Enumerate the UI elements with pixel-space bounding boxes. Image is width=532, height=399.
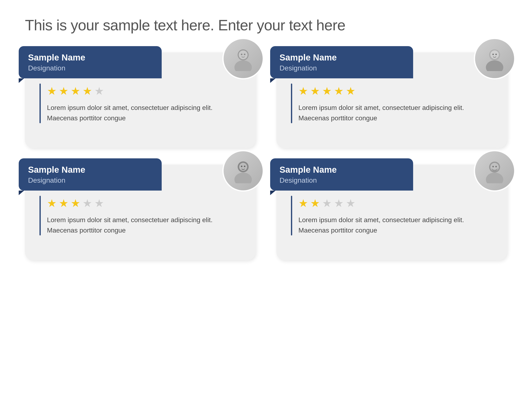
star-1: ★ [47,198,57,209]
page-title: This is your sample text here. Enter you… [25,17,507,34]
avatar-circle-3 [222,150,264,192]
review-card-3: Sample Name Designation [25,165,256,260]
star-1: ★ [47,86,57,96]
avatar-1 [224,39,263,78]
review-text-3: Lorem ipsum dolor sit amet, consectetuer… [47,215,241,235]
reviewer-designation-3: Designation [28,176,152,184]
svg-point-16 [486,172,503,183]
accent-border-3 [39,196,41,235]
star-2: ★ [310,198,320,209]
star-3: ★ [71,86,80,96]
reviewer-name-1: Sample Name [28,52,152,63]
card-header-2: Sample Name Designation [270,46,413,78]
reviewer-designation-4: Designation [279,176,404,184]
card-wrapper-2: Sample Name Designation [276,52,507,148]
card-header-4: Sample Name Designation [270,158,413,190]
review-text-1: Lorem ipsum dolor sit amet, consectetuer… [47,103,241,123]
cards-grid: Sample Name Designation [25,52,507,260]
star-2: ★ [59,86,69,96]
star-1: ★ [298,198,308,209]
svg-point-11 [234,172,252,183]
svg-point-14 [244,166,245,167]
card-wrapper-1: Sample Name Designation [25,52,256,148]
star-3: ★ [71,198,80,209]
star-4: ★ [82,198,92,209]
avatar-circle-2 [474,38,515,79]
star-2: ★ [59,198,69,209]
card-body-4: ★★★★★ Lorem ipsum dolor sit amet, consec… [291,196,493,235]
star-5: ★ [94,86,104,96]
star-1: ★ [298,86,308,96]
svg-point-18 [492,166,494,167]
reviewer-designation-2: Designation [279,64,404,72]
avatar-4 [475,151,514,190]
star-rating-3: ★★★★★ [47,198,241,209]
review-content-1: ★★★★★ Lorem ipsum dolor sit amet, consec… [47,83,241,123]
reviewer-designation-1: Designation [28,64,152,72]
svg-point-8 [492,54,494,55]
card-wrapper-3: Sample Name Designation [25,165,256,260]
svg-point-19 [495,166,497,167]
review-card-1: Sample Name Designation [25,52,256,148]
star-3: ★ [322,86,332,96]
star-rating-2: ★★★★★ [298,86,493,96]
review-text-4: Lorem ipsum dolor sit amet, consectetuer… [298,215,493,235]
avatar-circle-1 [222,38,264,79]
card-header-3: Sample Name Designation [19,158,162,190]
review-card-2: Sample Name Designation [276,52,507,148]
svg-point-4 [244,54,245,55]
reviewer-name-3: Sample Name [28,165,152,175]
star-5: ★ [346,86,355,96]
svg-point-6 [486,60,503,71]
svg-point-1 [234,60,252,71]
star-4: ★ [334,198,344,209]
star-4: ★ [334,86,344,96]
svg-point-13 [241,166,242,167]
svg-point-9 [495,54,497,55]
review-content-3: ★★★★★ Lorem ipsum dolor sit amet, consec… [47,196,241,235]
reviewer-name-4: Sample Name [279,165,404,175]
star-rating-4: ★★★★★ [298,198,493,209]
review-content-2: ★★★★★ Lorem ipsum dolor sit amet, consec… [298,83,493,123]
reviewer-name-2: Sample Name [279,52,404,63]
avatar-2 [475,39,514,78]
card-wrapper-4: Sample Name Designation [276,165,507,260]
star-2: ★ [310,86,320,96]
star-4: ★ [82,86,92,96]
card-body-2: ★★★★★ Lorem ipsum dolor sit amet, consec… [291,83,493,123]
svg-point-3 [241,54,242,55]
review-content-4: ★★★★★ Lorem ipsum dolor sit amet, consec… [298,196,493,235]
card-header-1: Sample Name Designation [19,46,162,78]
accent-border-4 [291,196,292,235]
star-5: ★ [346,198,355,209]
card-body-3: ★★★★★ Lorem ipsum dolor sit amet, consec… [39,196,241,235]
star-rating-1: ★★★★★ [47,86,241,96]
star-3: ★ [322,198,332,209]
star-5: ★ [94,198,104,209]
review-text-2: Lorem ipsum dolor sit amet, consectetuer… [298,103,493,123]
card-body-1: ★★★★★ Lorem ipsum dolor sit amet, consec… [39,83,241,123]
avatar-circle-4 [474,150,515,192]
accent-border-1 [39,83,41,123]
review-card-4: Sample Name Designation [276,165,507,260]
avatar-3 [224,151,263,190]
svg-point-2 [239,50,247,59]
accent-border-2 [291,83,292,123]
